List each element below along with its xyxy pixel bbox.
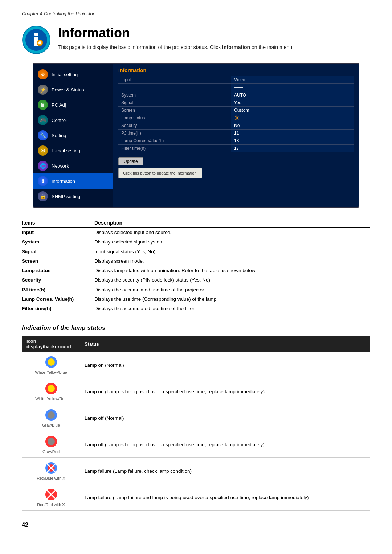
table-row: Lamp Corres.Value(h)18 — [118, 137, 354, 145]
info-data-table: InputVideo——SystemAUTOSignalYesScreenCus… — [118, 76, 354, 152]
items-description-table: Items Description InputDisplays selected… — [22, 218, 370, 313]
lamp-col1-header: Icon display/background — [22, 336, 80, 352]
lamp-bg-label: White-Yellow/Blue — [35, 370, 67, 374]
lamp-bg-label: Red/Red with X — [37, 502, 65, 507]
info-header: Information This page is to display the … — [22, 25, 370, 54]
sidebar-item-information[interactable]: ℹInformation — [33, 173, 113, 189]
lamp-icon-wrap: White-Yellow/Red — [26, 382, 75, 401]
control-icon: 🎮 — [38, 115, 48, 125]
sidebar: ⚙Initial setting⚡Power & Status🖥PC Adj🎮C… — [33, 64, 113, 207]
lamp-row: Red/Blue with XLamp failure (Lamp failur… — [22, 458, 370, 484]
chapter-label: Chapter 4 Controlling the Projector — [22, 11, 94, 16]
sidebar-item-network[interactable]: 🌐Network — [33, 158, 113, 173]
svg-point-7 — [48, 358, 55, 366]
svg-point-11 — [48, 411, 55, 419]
svg-point-13 — [48, 438, 55, 445]
lamp-status-table: Icon display/background Status White-Yel… — [22, 336, 370, 511]
lamp-section-title: Indication of the lamp status — [22, 324, 370, 332]
page-title: Information — [58, 25, 294, 41]
table-row: SignalInput signal status (Yes, No) — [22, 247, 370, 257]
table-row: Lamp Corres. Value(h)Displays the use ti… — [22, 295, 370, 304]
lamp-icon-wrap: Red/Red with X — [26, 488, 75, 507]
sidebar-label-initial-setting: Initial setting — [52, 72, 78, 77]
lamp-icon-wrap: Gray/Red — [26, 435, 75, 454]
lamp-status-icon — [45, 409, 58, 422]
desc-col-header: Description — [94, 218, 370, 227]
information-icon: ℹ — [38, 176, 48, 186]
main-panel: Information InputVideo——SystemAUTOSignal… — [113, 64, 359, 207]
chapter-header: Chapter 4 Controlling the Projector — [22, 11, 370, 19]
table-row: PJ time(h)11 — [118, 130, 354, 137]
table-row: SignalYes — [118, 99, 354, 107]
sidebar-item-snmp-setting[interactable]: 🔒SNMP setting — [33, 189, 113, 204]
page-number: 42 — [22, 522, 370, 528]
network-icon: 🌐 — [38, 161, 48, 171]
sidebar-label-pc-adj: PC Adj — [52, 102, 66, 108]
sidebar-label-network: Network — [52, 163, 69, 169]
pc-adj-icon: 🖥 — [38, 100, 48, 110]
update-button[interactable]: Update — [118, 157, 143, 165]
items-col-header: Items — [22, 218, 94, 227]
sidebar-item-initial-setting[interactable]: ⚙Initial setting — [33, 67, 113, 82]
sidebar-label-control: Control — [52, 118, 67, 123]
lamp-row: Gray/RedLamp off (Lamp is being used ove… — [22, 431, 370, 458]
table-row: PJ time(h)Displays the accumulated use t… — [22, 285, 370, 295]
table-row: SystemAUTO — [118, 91, 354, 99]
lamp-row: Red/Red with XLamp failure (Lamp failure… — [22, 484, 370, 511]
lamp-col2-header: Status — [80, 336, 370, 352]
table-row: SystemDisplays selected signal system. — [22, 237, 370, 247]
lamp-status-icon — [45, 356, 58, 369]
lamp-icon-wrap: White-Yellow/Blue — [26, 356, 75, 374]
table-row: SecurityDisplays the security (PIN code … — [22, 275, 370, 285]
svg-rect-2 — [34, 33, 38, 36]
sidebar-label-information: Information — [52, 178, 75, 184]
table-row: Filter time(h)17 — [118, 145, 354, 152]
sidebar-item-power-status[interactable]: ⚡Power & Status — [33, 82, 113, 97]
table-row: ScreenDisplays screen mode. — [22, 257, 370, 266]
setting-icon: 🔧 — [38, 130, 48, 140]
lamp-row: White-Yellow/BlueLamp on (Normal) — [22, 352, 370, 378]
sidebar-label-power-status: Power & Status — [52, 87, 84, 93]
page-description: This page is to display the basic inform… — [58, 44, 294, 51]
lamp-status-icon — [45, 382, 58, 395]
table-row: InputDisplays selected input and source. — [22, 227, 370, 237]
table-row: SecurityNo — [118, 122, 354, 130]
table-row: Filter time(h)Displays the accumulated u… — [22, 304, 370, 313]
lamp-status-icon — [45, 461, 58, 475]
lamp-bg-label: Gray/Red — [42, 450, 60, 454]
svg-point-9 — [48, 385, 55, 392]
table-row: —— — [118, 84, 354, 91]
sidebar-item-control[interactable]: 🎮Control — [33, 112, 113, 128]
lamp-row: Gray/BlueLamp off (Normal) — [22, 405, 370, 431]
projector-ui: ⚙Initial setting⚡Power & Status🖥PC Adj🎮C… — [33, 63, 359, 208]
lamp-bg-label: White-Yellow/Red — [35, 397, 66, 401]
table-row: Lamp status🔆 — [118, 114, 354, 122]
lamp-bg-label: Gray/Blue — [42, 423, 60, 427]
sidebar-item-email-setting[interactable]: ✉E-mail setting — [33, 143, 113, 158]
svg-point-5 — [38, 41, 41, 44]
sidebar-item-setting[interactable]: 🔧Setting — [33, 128, 113, 143]
power-status-icon: ⚡ — [38, 85, 48, 95]
snmp-setting-icon: 🔒 — [38, 191, 48, 201]
initial-setting-icon: ⚙ — [38, 69, 48, 79]
sidebar-label-email-setting: E-mail setting — [52, 148, 80, 153]
info-panel-title: Information — [118, 67, 354, 73]
lamp-icon-wrap: Gray/Blue — [26, 409, 75, 427]
info-page-icon — [22, 25, 51, 54]
lamp-status-icon — [45, 435, 58, 448]
sidebar-item-pc-adj[interactable]: 🖥PC Adj — [33, 97, 113, 112]
lamp-status-icon — [45, 488, 58, 501]
email-setting-icon: ✉ — [38, 145, 48, 156]
lamp-bg-label: Red/Blue with X — [37, 476, 65, 480]
lamp-icon-wrap: Red/Blue with X — [26, 461, 75, 480]
table-row: InputVideo — [118, 76, 354, 84]
lamp-row: White-Yellow/RedLamp on (Lamp is being u… — [22, 378, 370, 405]
tooltip-box: Click this button to update the informat… — [118, 168, 202, 178]
info-text-block: Information This page is to display the … — [58, 25, 294, 51]
table-row: ScreenCustom — [118, 107, 354, 114]
sidebar-label-setting: Setting — [52, 133, 66, 138]
table-row: Lamp statusDisplays lamp status with an … — [22, 266, 370, 275]
sidebar-label-snmp-setting: SNMP setting — [52, 194, 80, 199]
